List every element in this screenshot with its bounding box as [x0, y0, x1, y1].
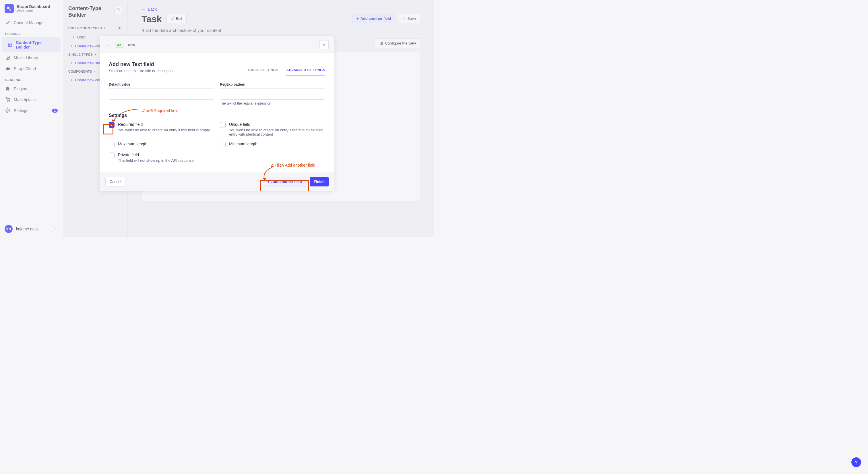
cancel-button[interactable]: Cancel — [105, 177, 125, 186]
tab-advanced-settings[interactable]: ADVANCED SETTINGS — [286, 68, 325, 76]
unique-label: Unique field — [229, 122, 325, 127]
modal-title: Add new Text field — [109, 61, 175, 67]
default-value-label: Default value — [109, 83, 214, 86]
plus-icon: + — [267, 180, 270, 184]
tab-basic-settings[interactable]: BASIC SETTINGS — [248, 68, 278, 76]
min-length-label: Minimum length — [229, 142, 257, 147]
max-length-checkbox[interactable] — [109, 142, 115, 147]
required-label: Required field — [118, 122, 210, 127]
required-desc: You won't be able to create an entry if … — [118, 128, 210, 132]
private-checkbox[interactable] — [109, 152, 115, 158]
regexp-input[interactable] — [220, 88, 325, 100]
check-icon — [110, 123, 113, 127]
private-label: Private field — [118, 152, 194, 157]
regexp-hint: The text of the regular expression — [220, 101, 325, 106]
default-value-input[interactable] — [109, 88, 214, 100]
modal-subtitle: Small or long text like title or descrip… — [109, 69, 175, 73]
settings-heading: Settings — [109, 113, 325, 118]
regexp-label: RegExp pattern — [220, 83, 325, 86]
private-desc: This field will not show up in the API r… — [118, 158, 194, 162]
unique-desc: You won't be able to create an entry if … — [229, 128, 325, 137]
required-checkbox[interactable] — [109, 122, 115, 128]
unique-checkbox[interactable] — [220, 122, 226, 128]
modal-backdrop: ← Ab Task ✕ Add new Text field Small or … — [0, 0, 434, 237]
max-length-label: Maximum length — [118, 142, 148, 147]
add-another-field-button[interactable]: + Add another field — [263, 177, 306, 186]
close-button[interactable]: ✕ — [319, 40, 329, 50]
close-icon: ✕ — [322, 42, 326, 48]
modal-back-button[interactable]: ← — [105, 42, 111, 48]
add-field-modal: ← Ab Task ✕ Add new Text field Small or … — [100, 36, 334, 191]
text-field-chip: Ab — [115, 42, 123, 48]
modal-breadcrumb: Task — [127, 43, 135, 47]
min-length-checkbox[interactable] — [220, 142, 226, 147]
finish-button[interactable]: Finish — [310, 177, 329, 186]
